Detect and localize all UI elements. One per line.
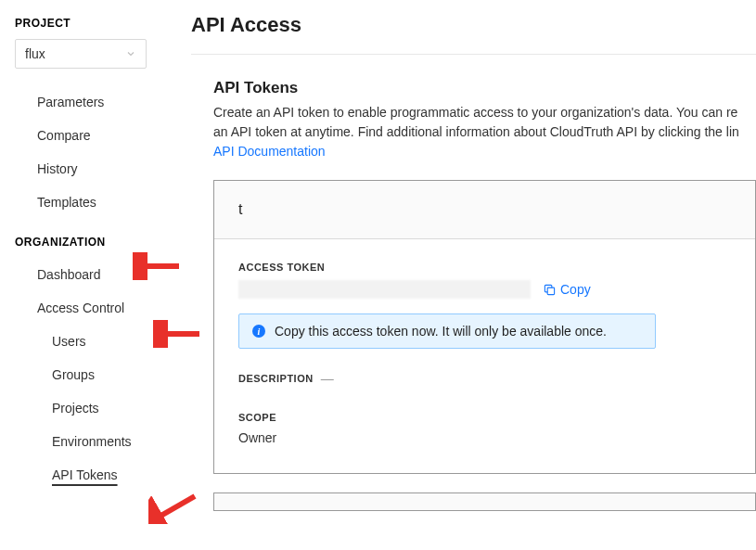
tokens-heading: API Tokens	[191, 79, 756, 97]
chevron-down-icon	[125, 48, 136, 59]
copy-button[interactable]: Copy	[544, 282, 591, 297]
alert-text: Copy this access token now. It will only…	[275, 324, 607, 339]
description-empty-dash: —	[321, 371, 335, 386]
sidebar-item-environments[interactable]: Environments	[15, 425, 167, 458]
scope-value: Owner	[238, 430, 731, 445]
scope-section: SCOPE Owner	[238, 412, 731, 445]
sidebar-item-dashboard[interactable]: Dashboard	[15, 258, 167, 291]
sidebar-item-history[interactable]: History	[15, 152, 167, 185]
project-nav: Parameters Compare History Templates	[15, 85, 167, 219]
copy-alert: i Copy this access token now. It will on…	[238, 313, 656, 349]
sidebar-item-parameters[interactable]: Parameters	[15, 85, 167, 119]
sidebar-item-projects[interactable]: Projects	[15, 391, 167, 425]
sidebar: PROJECT flux Parameters Compare History …	[0, 0, 167, 550]
sidebar-item-api-tokens[interactable]: API Tokens	[15, 458, 167, 492]
token-row: Copy	[238, 280, 731, 299]
token-name: t	[214, 181, 755, 239]
description-label: DESCRIPTION —	[238, 371, 731, 386]
api-docs-link[interactable]: API Documentation	[213, 144, 326, 159]
tokens-description: Create an API token to enable programmat…	[191, 103, 756, 161]
page-title: API Access	[191, 13, 756, 55]
access-token-label: ACCESS TOKEN	[238, 262, 731, 273]
token-body: ACCESS TOKEN Copy i Copy this access tok…	[214, 239, 755, 473]
sidebar-item-groups[interactable]: Groups	[15, 358, 167, 391]
sidebar-item-users[interactable]: Users	[15, 325, 167, 358]
main-content: API Access API Tokens Create an API toke…	[167, 0, 756, 550]
info-icon: i	[252, 325, 265, 338]
org-nav: Dashboard Access Control Users Groups Pr…	[15, 258, 167, 492]
sidebar-item-compare[interactable]: Compare	[15, 119, 167, 152]
svg-rect-0	[547, 288, 554, 294]
sidebar-item-access-control[interactable]: Access Control	[15, 291, 167, 325]
scope-label: SCOPE	[238, 412, 731, 423]
project-section-header: PROJECT	[15, 17, 167, 30]
sidebar-item-templates[interactable]: Templates	[15, 185, 167, 219]
token-value-hidden	[238, 280, 531, 299]
token-card: t ACCESS TOKEN Copy i Copy this access t…	[213, 180, 756, 474]
copy-icon	[544, 284, 556, 296]
project-select-dropdown[interactable]: flux	[15, 39, 147, 69]
copy-label: Copy	[560, 282, 591, 297]
organization-section-header: ORGANIZATION	[15, 236, 167, 249]
project-select-value: flux	[25, 46, 45, 61]
second-token-box	[213, 492, 756, 511]
